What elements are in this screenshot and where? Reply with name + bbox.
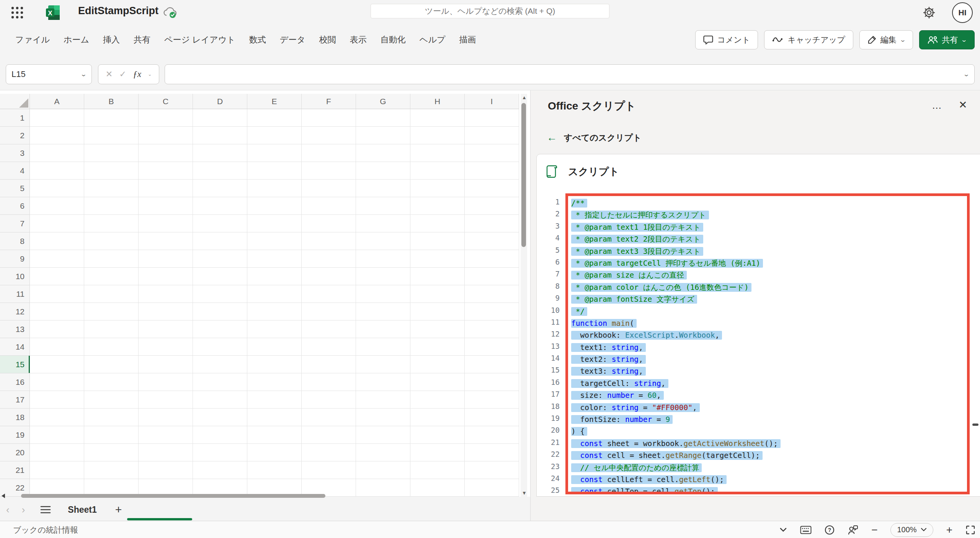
- column-header[interactable]: A: [30, 94, 84, 109]
- code-line[interactable]: */: [571, 306, 970, 317]
- row-header[interactable]: 19: [0, 426, 30, 444]
- row-header[interactable]: 7: [0, 215, 30, 232]
- row-header[interactable]: 5: [0, 180, 30, 197]
- next-sheet-icon[interactable]: ›: [16, 504, 31, 516]
- help-icon[interactable]: ?: [825, 525, 835, 535]
- autosave-cloud-icon[interactable]: [162, 6, 178, 18]
- code-line[interactable]: fontSize: number = 9: [571, 414, 970, 425]
- code-line[interactable]: color: string = "#FF0000",: [571, 402, 970, 414]
- ribbon-tab[interactable]: 自動化: [374, 34, 413, 46]
- panel-more-button[interactable]: …: [932, 100, 942, 111]
- column-header[interactable]: D: [193, 94, 247, 109]
- sheet-tab-sheet1[interactable]: Sheet1: [65, 505, 100, 515]
- sheet-list-menu-icon[interactable]: [40, 505, 51, 514]
- document-title[interactable]: EditStampScript: [78, 5, 158, 17]
- ribbon-tab[interactable]: ヘルプ: [413, 34, 452, 46]
- ribbon-tab[interactable]: 校閲: [312, 34, 343, 46]
- column-header[interactable]: I: [465, 94, 519, 109]
- catchup-button[interactable]: キャッチアップ: [764, 30, 853, 49]
- expand-formula-bar-icon[interactable]: ⌄: [963, 71, 970, 78]
- panel-close-button[interactable]: ✕: [959, 99, 967, 111]
- column-header[interactable]: E: [247, 94, 302, 109]
- code-line[interactable]: * @param color はんこの色 (16進数色コード): [571, 281, 970, 293]
- add-sheet-button[interactable]: +: [115, 503, 122, 516]
- row-header[interactable]: 6: [0, 197, 30, 215]
- column-header[interactable]: F: [302, 94, 356, 109]
- code-line[interactable]: workbook: ExcelScript.Workbook,: [571, 329, 970, 341]
- code-line[interactable]: text2: string,: [571, 353, 970, 365]
- row-header[interactable]: 18: [0, 409, 30, 426]
- row-header[interactable]: 1: [0, 109, 30, 127]
- account-avatar[interactable]: HI: [952, 2, 973, 23]
- app-launcher-icon[interactable]: [10, 5, 24, 20]
- code-line[interactable]: text3: string,: [571, 365, 970, 377]
- ribbon-tab[interactable]: 描画: [452, 34, 483, 46]
- cancel-entry-button[interactable]: ✕: [106, 69, 113, 79]
- code-line[interactable]: * @param fontSize 文字サイズ: [571, 293, 970, 305]
- code-line[interactable]: * @param text1 1段目のテキスト: [571, 221, 970, 233]
- ribbon-tab[interactable]: ページ レイアウト: [157, 34, 242, 46]
- vertical-scrollbar[interactable]: ▲ ▼: [521, 94, 527, 497]
- code-line[interactable]: function main(: [571, 317, 970, 329]
- code-line[interactable]: // セル中央配置のための座標計算: [571, 462, 970, 474]
- ribbon-tab[interactable]: 共有: [127, 34, 157, 46]
- back-to-all-scripts[interactable]: ← すべてのスクリプト: [547, 132, 642, 144]
- code-line[interactable]: const sheet = workbook.getActiveWorkshee…: [571, 438, 970, 450]
- code-line[interactable]: ) {: [571, 425, 970, 437]
- excel-logo-icon[interactable]: X: [45, 5, 61, 21]
- row-header[interactable]: 9: [0, 250, 30, 268]
- panel-scrollbar-thumb[interactable]: [972, 424, 978, 426]
- horizontal-scroll-thumb[interactable]: [21, 494, 325, 498]
- code-editor[interactable]: /** * 指定したセルに押印するスクリプト * @param text1 1段…: [571, 197, 970, 494]
- row-header[interactable]: 10: [0, 268, 30, 285]
- select-all-corner[interactable]: [0, 94, 30, 109]
- keyboard-shortcuts-icon[interactable]: [800, 526, 812, 534]
- ribbon-tab[interactable]: ファイル: [8, 34, 57, 46]
- horizontal-scrollbar[interactable]: [0, 493, 530, 499]
- code-line[interactable]: * @param text2 2段目のテキスト: [571, 233, 970, 245]
- zoom-level-control[interactable]: 100%: [890, 523, 933, 537]
- insert-function-button[interactable]: ƒx: [133, 69, 141, 79]
- row-header[interactable]: 21: [0, 461, 30, 479]
- zoom-out-icon[interactable]: −: [871, 524, 877, 536]
- formula-input[interactable]: [165, 65, 964, 84]
- row-header[interactable]: 3: [0, 144, 30, 162]
- code-line[interactable]: /**: [571, 197, 970, 209]
- fullscreen-icon[interactable]: [965, 525, 975, 535]
- scroll-left-icon[interactable]: [2, 494, 5, 498]
- status-chevron-down-icon[interactable]: [779, 527, 787, 533]
- row-header[interactable]: 20: [0, 444, 30, 461]
- code-line[interactable]: const cellTop = cell.getTop();: [571, 486, 970, 494]
- code-line[interactable]: const cell = sheet.getRange(targetCell);: [571, 450, 970, 461]
- code-line[interactable]: text1: string,: [571, 342, 970, 353]
- code-line[interactable]: * @param text3 3段目のテキスト: [571, 245, 970, 257]
- column-header[interactable]: H: [410, 94, 465, 109]
- row-header[interactable]: 17: [0, 391, 30, 409]
- prev-sheet-icon[interactable]: ‹: [0, 504, 16, 516]
- row-header[interactable]: 11: [0, 285, 30, 303]
- row-header[interactable]: 2: [0, 127, 30, 144]
- search-input[interactable]: [371, 4, 609, 18]
- scroll-up-icon[interactable]: ▲: [522, 95, 527, 100]
- column-header[interactable]: B: [84, 94, 139, 109]
- row-header[interactable]: 8: [0, 232, 30, 250]
- search-box[interactable]: [371, 4, 609, 18]
- ribbon-tab[interactable]: ホーム: [57, 34, 96, 46]
- row-header[interactable]: 4: [0, 162, 30, 180]
- settings-button[interactable]: [921, 5, 937, 21]
- comments-button[interactable]: コメント: [695, 30, 758, 49]
- edit-mode-button[interactable]: 編集 ⌄: [859, 30, 913, 49]
- code-line[interactable]: * 指定したセルに押印するスクリプト: [571, 209, 970, 221]
- name-box[interactable]: L15 ⌄: [6, 64, 92, 84]
- ribbon-tab[interactable]: データ: [273, 34, 312, 46]
- workbook-statistics[interactable]: ブックの統計情報: [13, 525, 78, 535]
- row-header[interactable]: 13: [0, 321, 30, 338]
- code-line[interactable]: size: number = 60,: [571, 389, 970, 401]
- row-header[interactable]: 12: [0, 303, 30, 321]
- column-header[interactable]: C: [139, 94, 193, 109]
- row-header[interactable]: 16: [0, 373, 30, 391]
- code-line[interactable]: targetCell: string,: [571, 378, 970, 389]
- cell-area[interactable]: [30, 109, 519, 497]
- ribbon-tab[interactable]: 数式: [242, 34, 273, 46]
- row-header[interactable]: 14: [0, 338, 30, 356]
